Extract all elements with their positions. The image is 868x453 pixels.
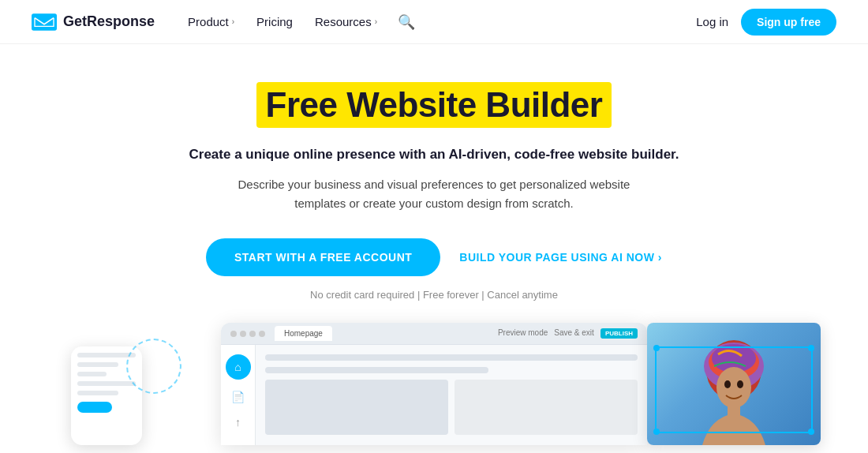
chevron-down-icon: › xyxy=(232,17,234,26)
build-with-ai-link[interactable]: BUILD YOUR PAGE USING AI NOW › xyxy=(459,251,662,264)
search-button[interactable]: 🔍 xyxy=(391,7,421,37)
phone-line-5 xyxy=(77,391,118,395)
hero-cta-row: START WITH A FREE ACCOUNT BUILD YOUR PAG… xyxy=(206,238,662,276)
hero-section: Free Website Builder Create a unique onl… xyxy=(0,44,868,323)
browser-sidebar: ⌂ 📄 ↑ xyxy=(221,345,256,445)
save-exit-label: Save & exit xyxy=(554,328,594,339)
phone-line-3 xyxy=(77,372,107,376)
logo-text: GetResponse xyxy=(63,13,155,30)
logo[interactable]: GetResponse xyxy=(32,13,155,31)
browser-content xyxy=(256,345,647,445)
preview-area: Homepage Preview mode Save & exit PUBLIS… xyxy=(0,323,868,445)
search-icon: 🔍 xyxy=(398,14,415,30)
browser-dot-4 xyxy=(259,331,265,337)
phone-line-4 xyxy=(77,381,136,386)
content-line-2 xyxy=(265,367,488,373)
browser-actions: Preview mode Save & exit PUBLISH xyxy=(498,328,638,339)
hero-desc: Describe your business and visual prefer… xyxy=(229,175,639,213)
person-photo: Preview mode Save & exit › PUBLISH › xyxy=(647,323,821,445)
browser-dot-1 xyxy=(230,331,237,337)
hero-title: Free Website Builder xyxy=(256,82,612,128)
selection-handle-bl xyxy=(653,429,660,435)
sidebar-doc-icon: 📄 xyxy=(230,389,246,405)
svg-point-5 xyxy=(716,367,751,408)
sidebar-home-icon: ⌂ xyxy=(226,354,251,380)
browser-bar: Homepage Preview mode Save & exit PUBLIS… xyxy=(221,323,647,345)
phone-mockup xyxy=(71,346,166,449)
selection-handle-br xyxy=(808,429,814,435)
svg-point-7 xyxy=(737,380,743,388)
browser-dot-3 xyxy=(249,331,256,337)
preview-mode-label: Preview mode xyxy=(498,328,548,339)
person-bg xyxy=(647,323,821,445)
publish-button[interactable]: PUBLISH xyxy=(600,328,638,339)
hero-subtitle: Create a unique online presence with an … xyxy=(189,147,679,163)
logo-icon xyxy=(32,13,57,31)
content-image-block xyxy=(265,380,448,435)
nav-product[interactable]: Product › xyxy=(180,9,242,35)
browser-tab: Homepage xyxy=(275,326,332,341)
content-image-block-2 xyxy=(455,380,638,435)
browser-body: ⌂ 📄 ↑ xyxy=(221,345,647,445)
phone-line-2 xyxy=(77,362,118,367)
selection-handle-tl xyxy=(653,345,660,351)
nav-resources[interactable]: Resources › xyxy=(307,9,385,35)
svg-rect-0 xyxy=(32,13,57,30)
browser-mockup: Homepage Preview mode Save & exit PUBLIS… xyxy=(221,323,647,445)
svg-rect-8 xyxy=(728,404,740,416)
signup-button[interactable]: Sign up free xyxy=(741,9,836,36)
content-line-1 xyxy=(265,354,638,361)
phone-cta-button xyxy=(77,402,112,413)
nav-right: Log in Sign up free xyxy=(696,9,836,36)
selection-handle-tr xyxy=(808,345,814,351)
sidebar-arrow-icon: ↑ xyxy=(230,414,246,430)
nav-pricing[interactable]: Pricing xyxy=(249,9,301,35)
login-link[interactable]: Log in xyxy=(696,15,728,28)
svg-point-6 xyxy=(724,380,731,388)
fine-print: No credit card required | Free forever |… xyxy=(310,289,558,301)
start-free-button[interactable]: START WITH A FREE ACCOUNT xyxy=(206,238,440,276)
browser-dot-2 xyxy=(240,331,246,337)
navbar: GetResponse Product › Pricing Resources … xyxy=(0,0,868,44)
nav-links: Product › Pricing Resources › 🔍 xyxy=(180,7,696,37)
dashed-circle-decoration xyxy=(126,339,181,394)
browser-controls xyxy=(230,331,265,337)
person-silhouette xyxy=(687,331,781,445)
chevron-down-icon: › xyxy=(375,17,377,26)
